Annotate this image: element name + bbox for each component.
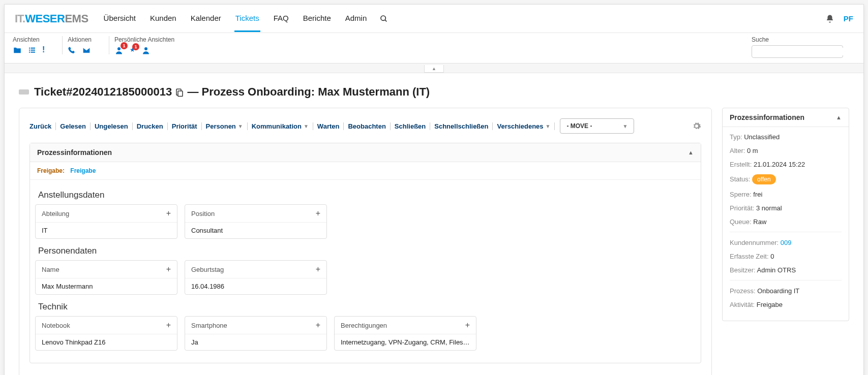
phone-icon[interactable]: [68, 45, 76, 54]
side-owner-k: Besitzer:: [730, 266, 756, 274]
section-personen-title: Personendaten: [38, 246, 696, 256]
action-unread[interactable]: Ungelesen: [91, 122, 133, 130]
chevron-down-icon: ▼: [546, 123, 551, 129]
copy-icon[interactable]: [175, 85, 187, 98]
side-queue-k: Queue:: [730, 218, 752, 226]
action-wait[interactable]: Warten: [313, 122, 344, 130]
plus-icon[interactable]: +: [316, 321, 320, 330]
ticket-subject: — Prozess Onboarding: Max Mustermann (IT…: [187, 85, 430, 98]
gear-icon[interactable]: [692, 121, 701, 131]
side-kn-v[interactable]: 009: [781, 239, 792, 246]
card-value: Consultant: [185, 223, 326, 238]
action-back[interactable]: Zurück: [29, 122, 56, 130]
nav-faq[interactable]: FAQ: [273, 6, 290, 32]
card-name: Name+ Max Mustermann: [35, 260, 177, 295]
user-view-2-icon[interactable]: [141, 45, 151, 55]
card-smartphone: Smartphone+ Ja: [185, 316, 327, 351]
move-label: - MOVE -: [566, 122, 592, 130]
plus-icon[interactable]: +: [316, 209, 320, 218]
side-owner-v: Admin OTRS: [757, 266, 796, 274]
nav-tickets[interactable]: Tickets: [234, 6, 260, 32]
move-select[interactable]: - MOVE - ▼: [560, 118, 634, 134]
section-technik-title: Technik: [38, 302, 696, 312]
svg-rect-6: [29, 52, 30, 53]
nav-admin[interactable]: Admin: [344, 6, 368, 32]
card-label: Geburtstag: [191, 266, 224, 273]
action-watch[interactable]: Beobachten: [344, 122, 390, 130]
action-close[interactable]: Schließen: [391, 122, 430, 130]
logo[interactable]: IT. WESER EMS: [15, 12, 88, 25]
plus-icon[interactable]: +: [166, 321, 171, 330]
card-value: IT: [36, 223, 177, 238]
badge-2: 1: [132, 43, 139, 50]
freigabe-link[interactable]: Freigabe: [70, 167, 96, 174]
svg-rect-4: [29, 50, 30, 51]
side-panel-header[interactable]: Prozessinformationen ▲: [723, 108, 849, 127]
card-permissions: Berechtigungen+ Internetzugang, VPN-Zuga…: [334, 316, 476, 351]
action-quickclose[interactable]: Schnellschließen: [430, 122, 493, 130]
svg-rect-2: [29, 48, 30, 49]
user-initials[interactable]: PF: [844, 14, 853, 23]
action-people[interactable]: Personen▼: [202, 122, 248, 130]
side-akt-k: Aktivität:: [730, 301, 755, 308]
topbar: IT. WESER EMS Übersicht Kunden Kalender …: [5, 5, 863, 33]
card-abteilung: Abteilung+ IT: [35, 204, 177, 239]
side-status-k: Status:: [730, 175, 750, 183]
search-input[interactable]: [759, 48, 845, 55]
nav-calendar[interactable]: Kalender: [190, 6, 222, 32]
plus-icon[interactable]: +: [166, 265, 171, 274]
user-star-icon[interactable]: ★ 1: [130, 46, 135, 53]
collapse-arrow-icon[interactable]: ▲: [424, 65, 444, 73]
collapse-handle: ▲: [5, 64, 863, 73]
chevron-down-icon: ▼: [622, 123, 627, 129]
ticket-flag-icon[interactable]: [19, 89, 29, 95]
bell-icon[interactable]: [825, 14, 834, 23]
card-label: Smartphone: [191, 322, 227, 329]
plus-icon[interactable]: +: [166, 209, 171, 218]
side-typ-v: Unclassified: [744, 133, 780, 141]
nav-overview[interactable]: Übersicht: [103, 6, 137, 32]
nav-search-icon[interactable]: [380, 14, 388, 23]
status-badge: offen: [752, 174, 775, 184]
plus-icon[interactable]: +: [316, 265, 320, 274]
alert-icon[interactable]: !: [42, 45, 45, 54]
svg-rect-5: [31, 50, 35, 51]
nav-customers[interactable]: Kunden: [149, 6, 177, 32]
sidebar: Prozessinformationen ▲ Typ: Unclassified…: [722, 108, 849, 321]
folder-icon[interactable]: [13, 45, 22, 55]
action-communication[interactable]: Kommunikation▼: [248, 122, 313, 130]
card-label: Abteilung: [42, 210, 69, 217]
side-alter-v: 0 m: [747, 147, 758, 154]
badge-1: 1: [121, 42, 128, 49]
action-print[interactable]: Drucken: [133, 122, 168, 130]
search-box[interactable]: [752, 45, 843, 58]
main-nav: Übersicht Kunden Kalender Tickets FAQ Be…: [103, 6, 825, 32]
user-view-1-icon[interactable]: 1: [114, 45, 124, 55]
action-priority[interactable]: Priorität: [168, 122, 202, 130]
side-panel-title: Prozessinformationen: [730, 113, 804, 121]
side-alter-k: Alter:: [730, 147, 745, 154]
chevron-down-icon: ▼: [238, 123, 243, 129]
nav-reports[interactable]: Berichte: [302, 6, 332, 32]
svg-rect-12: [178, 91, 183, 97]
side-prozess-k: Prozess:: [730, 287, 756, 295]
side-akt-v: Freigabe: [757, 301, 783, 308]
svg-point-9: [144, 47, 147, 50]
chevron-up-icon[interactable]: ▲: [836, 114, 842, 120]
mail-icon[interactable]: [82, 45, 91, 55]
side-erstellt-v: 21.01.2024 15:22: [754, 161, 805, 168]
process-panel-title: Prozessinformationen: [37, 148, 112, 157]
side-queue-v: Raw: [753, 218, 766, 226]
logo-ems: EMS: [65, 12, 88, 25]
svg-point-8: [117, 47, 121, 50]
process-panel-header[interactable]: Prozessinformationen ▲: [30, 143, 701, 162]
list-icon[interactable]: [28, 45, 36, 54]
card-value: Ja: [185, 334, 326, 350]
plus-icon[interactable]: +: [465, 321, 470, 330]
action-misc[interactable]: Verschiedenes▼: [493, 122, 555, 130]
secondbar: Ansichten ! Aktionen Persönliche Ansicht…: [5, 33, 863, 64]
actions-label: Aktionen: [68, 36, 92, 43]
chevron-up-icon[interactable]: ▲: [688, 149, 694, 155]
action-read[interactable]: Gelesen: [56, 122, 91, 130]
views-label: Ansichten: [13, 36, 45, 43]
